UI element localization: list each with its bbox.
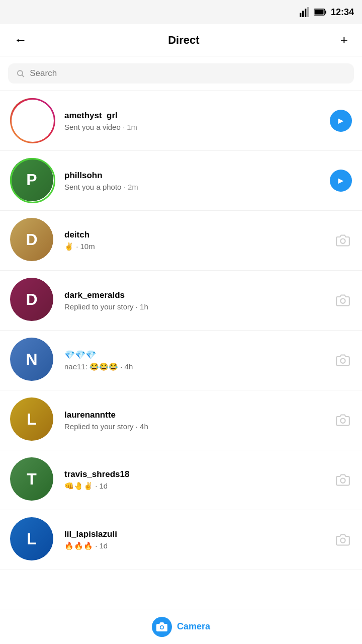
status-bar: 12:34: [0, 0, 362, 24]
svg-rect-0: [300, 13, 301, 17]
play-button[interactable]: ►: [330, 170, 352, 192]
conversation-content: travis_shreds18👊🤚✌️ · 1d: [64, 469, 327, 491]
add-button[interactable]: +: [336, 28, 352, 52]
conversation-list: Aamethyst_grlSent you a video · 1m►Pphil…: [0, 91, 362, 570]
conv-message: nae11: 😂😂😂 · 4h: [64, 362, 327, 371]
svg-point-9: [340, 239, 345, 244]
avatar: T: [10, 457, 55, 503]
search-input[interactable]: [30, 68, 346, 78]
page-title: Direct: [168, 34, 199, 47]
camera-icon: [334, 471, 352, 489]
conversation-content: dark_emeraldsReplied to your story · 1h: [64, 290, 327, 311]
list-item[interactable]: Llil_lapislazuli🔥🔥🔥 · 1d: [0, 510, 362, 570]
camera-icon: [334, 351, 352, 369]
svg-point-7: [18, 70, 23, 75]
battery-icon: [314, 8, 327, 16]
svg-point-16: [160, 626, 163, 628]
app-header: ← Direct +: [0, 24, 362, 56]
conv-message: Sent you a photo · 2m: [64, 183, 323, 191]
camera-bottom-icon: [152, 617, 172, 637]
svg-line-8: [22, 75, 24, 77]
conversation-content: 💎💎💎nae11: 😂😂😂 · 4h: [64, 350, 327, 371]
camera-icon: [334, 411, 352, 429]
conv-username: phillsohn: [64, 171, 323, 181]
status-time: 12:34: [331, 7, 354, 18]
conv-username: laurenanntte: [64, 410, 327, 420]
conversation-content: lil_lapislazuli🔥🔥🔥 · 1d: [64, 529, 327, 550]
avatar: N: [10, 338, 55, 383]
conversation-content: amethyst_grlSent you a video · 1m: [64, 111, 323, 131]
list-item[interactable]: Ttravis_shreds18👊🤚✌️ · 1d: [0, 450, 362, 510]
conv-username: deitch: [64, 230, 327, 240]
avatar: D: [10, 278, 55, 323]
play-button[interactable]: ►: [330, 110, 352, 132]
svg-point-13: [340, 478, 345, 483]
signal-icon: [300, 7, 310, 17]
svg-rect-5: [325, 11, 326, 14]
svg-rect-1: [302, 11, 304, 18]
list-item[interactable]: N💎💎💎nae11: 😂😂😂 · 4h: [0, 331, 362, 390]
list-item[interactable]: PphillsohnSent you a photo · 2m►: [0, 151, 362, 211]
conv-username: 💎💎💎: [64, 350, 327, 360]
search-icon: [16, 69, 25, 78]
conversation-content: deitch✌️ · 10m: [64, 230, 327, 251]
avatar: L: [10, 397, 55, 443]
avatar: D: [10, 218, 55, 263]
svg-rect-2: [305, 9, 306, 17]
search-container: [0, 56, 362, 91]
svg-rect-6: [314, 10, 323, 15]
svg-rect-3: [307, 7, 309, 17]
camera-label: Camera: [177, 621, 210, 632]
conv-username: dark_emeralds: [64, 290, 327, 300]
avatar: L: [10, 517, 55, 562]
camera-icon-bottom: [156, 621, 168, 633]
conversation-content: phillsohnSent you a photo · 2m: [64, 171, 323, 191]
status-icons: 12:34: [300, 7, 354, 18]
back-button[interactable]: ←: [10, 28, 31, 52]
list-item[interactable]: Aamethyst_grlSent you a video · 1m►: [0, 91, 362, 151]
camera-icon: [334, 231, 352, 250]
conv-username: travis_shreds18: [64, 469, 327, 479]
svg-point-12: [340, 419, 345, 423]
svg-point-11: [340, 359, 345, 363]
conv-username: lil_lapislazuli: [64, 529, 327, 539]
list-item[interactable]: Ddeitch✌️ · 10m: [0, 211, 362, 271]
avatar: P: [10, 158, 55, 203]
conv-message: ✌️ · 10m: [64, 242, 327, 251]
avatar: A: [10, 98, 55, 143]
conv-username: amethyst_grl: [64, 111, 323, 121]
camera-button[interactable]: Camera: [152, 617, 210, 637]
search-wrapper: [8, 63, 354, 84]
conversation-content: laurenanntteReplied to your story · 4h: [64, 410, 327, 431]
list-item[interactable]: Ddark_emeraldsReplied to your story · 1h: [0, 271, 362, 331]
bottom-bar: Camera: [0, 609, 362, 644]
camera-icon: [334, 291, 352, 309]
conv-message: Replied to your story · 4h: [64, 422, 327, 431]
conv-message: 👊🤚✌️ · 1d: [64, 481, 327, 491]
list-item[interactable]: LlaurenanntteReplied to your story · 4h: [0, 390, 362, 450]
svg-point-10: [340, 299, 345, 303]
conv-message: 🔥🔥🔥 · 1d: [64, 541, 327, 550]
conv-message: Replied to your story · 1h: [64, 302, 327, 311]
svg-point-14: [340, 538, 345, 543]
conv-message: Sent you a video · 1m: [64, 123, 323, 131]
camera-icon: [334, 531, 352, 549]
